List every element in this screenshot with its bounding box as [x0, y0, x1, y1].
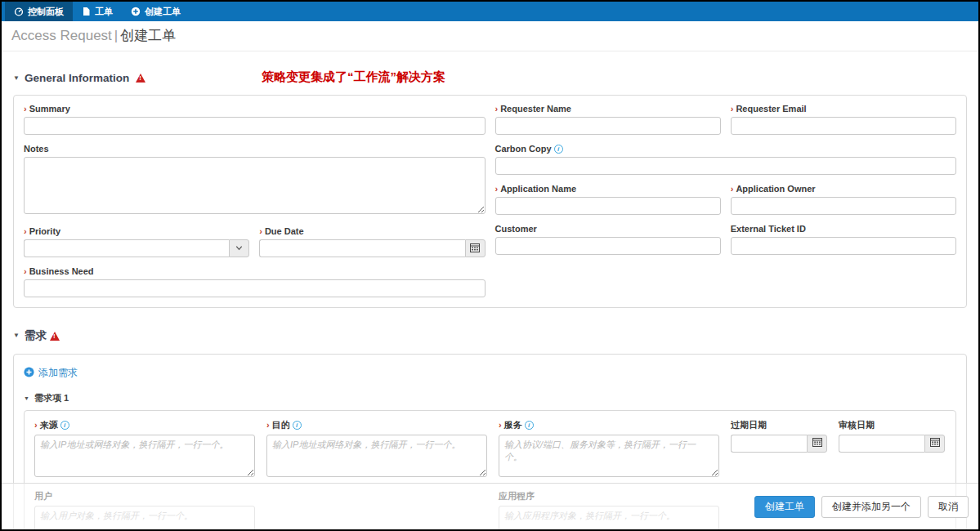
workflow-annotation: 策略变更集成了“工作流”解决方案 [262, 69, 445, 85]
plus-circle-icon [131, 7, 141, 16]
page-title-app: Access Request [11, 28, 112, 43]
requester-name-input[interactable] [495, 117, 721, 135]
due-date-label: Due Date [265, 226, 304, 236]
calendar-icon [470, 243, 480, 255]
requester-email-label: Requester Email [736, 104, 806, 114]
customer-field: Customer [495, 224, 721, 255]
requirements-section-header: ▼ 需求 ! [13, 328, 967, 343]
required-marker-icon: › [34, 421, 38, 430]
create-ticket-button[interactable]: 创建工单 [754, 496, 815, 518]
source-textarea[interactable] [34, 435, 255, 477]
review-date-calendar-button[interactable] [924, 435, 945, 453]
general-left-column: ›Summary Notes ›Priority [24, 104, 486, 306]
due-date-calendar-button[interactable] [465, 239, 486, 257]
app-window: 控制面板 工单 创建工单 Access Request|创建工单 ▼ Gener… [0, 0, 980, 531]
top-navbar: 控制面板 工单 创建工单 [2, 2, 978, 21]
requirement-item-toggle[interactable]: ▼ 需求项 1 [24, 392, 956, 404]
required-marker-icon: › [259, 227, 262, 236]
requirements-section-title: 需求 [25, 328, 47, 343]
info-icon[interactable]: i [60, 421, 69, 430]
collapse-caret-icon[interactable]: ▼ [13, 332, 20, 339]
service-textarea[interactable] [499, 435, 719, 477]
create-and-add-another-button[interactable]: 创建并添加另一个 [821, 496, 921, 518]
destination-textarea[interactable] [266, 435, 487, 477]
priority-field: ›Priority [24, 226, 249, 257]
notes-textarea[interactable] [24, 157, 486, 214]
carbon-copy-label: Carbon Copy [495, 144, 552, 154]
required-marker-icon: › [731, 105, 734, 114]
carbon-copy-input[interactable] [495, 157, 957, 175]
document-icon [82, 7, 91, 16]
page-title: Access Request|创建工单 [2, 21, 978, 51]
nav-item-create-ticket[interactable]: 创建工单 [122, 2, 190, 21]
chevron-down-icon [235, 243, 244, 255]
service-field: ›服务i [499, 419, 719, 480]
destination-field: ›目的i [266, 419, 487, 480]
nav-item-dashboard[interactable]: 控制面板 [5, 2, 73, 21]
review-date-label: 审核日期 [839, 419, 875, 431]
source-label: 来源 [40, 419, 58, 431]
main-content: ▼ General Information ! 策略变更集成了“工作流”解决方案… [2, 72, 978, 531]
summary-label: Summary [29, 104, 70, 114]
business-need-label: Business Need [29, 266, 94, 276]
expiration-date-label: 过期日期 [731, 419, 767, 431]
required-marker-icon: › [731, 185, 734, 194]
add-requirement-link[interactable]: 添加需求 [24, 366, 78, 380]
application-name-label: Application Name [500, 184, 576, 194]
nav-item-label: 控制面板 [28, 6, 64, 18]
collapse-caret-icon: ▼ [24, 395, 29, 401]
required-marker-icon: › [24, 267, 27, 276]
priority-dropdown-button[interactable] [229, 239, 249, 257]
required-marker-icon: › [495, 185, 499, 194]
expiration-date-input[interactable] [731, 435, 807, 453]
dashboard-icon [14, 7, 24, 16]
review-date-field: 审核日期 [839, 419, 945, 480]
calendar-icon [812, 437, 822, 449]
nav-item-label: 创建工单 [145, 6, 181, 18]
review-date-input[interactable] [839, 435, 924, 453]
cancel-button[interactable]: 取消 [928, 496, 969, 518]
required-marker-icon: › [24, 227, 27, 236]
form-footer: 创建工单 创建并添加另一个 取消 [2, 483, 978, 529]
requester-email-field: ›Requester Email [731, 104, 956, 135]
page-title-page: 创建工单 [120, 28, 176, 43]
application-name-field: ›Application Name [495, 184, 721, 215]
customer-input[interactable] [495, 237, 721, 255]
info-icon[interactable]: i [525, 421, 534, 430]
external-ticket-id-field: External Ticket ID [731, 224, 956, 255]
general-section-header: ▼ General Information ! 策略变更集成了“工作流”解决方案 [13, 72, 967, 84]
notes-field: Notes [24, 144, 486, 217]
required-marker-icon: › [24, 105, 27, 114]
destination-label: 目的 [272, 419, 290, 431]
summary-input[interactable] [24, 117, 486, 135]
notes-label: Notes [24, 144, 49, 154]
due-date-input[interactable] [259, 239, 464, 257]
application-owner-input[interactable] [731, 197, 956, 215]
application-owner-label: Application Owner [736, 184, 815, 194]
general-right-column: ›Requester Name ›Requester Email Carbon … [495, 104, 957, 306]
info-icon[interactable]: i [293, 421, 302, 430]
warning-icon: ! [136, 74, 145, 83]
business-need-input[interactable] [24, 279, 486, 297]
priority-select[interactable] [24, 239, 249, 257]
general-panel: ›Summary Notes ›Priority [13, 95, 967, 308]
carbon-copy-field: Carbon Copyi [495, 144, 957, 175]
service-label: 服务 [504, 419, 522, 431]
required-marker-icon: › [266, 421, 270, 430]
expiration-date-calendar-button[interactable] [807, 435, 827, 453]
required-marker-icon: › [499, 421, 502, 430]
general-section-title: General Information [25, 72, 129, 84]
summary-field: ›Summary [24, 104, 486, 135]
application-owner-field: ›Application Owner [731, 184, 956, 215]
add-requirement-label: 添加需求 [38, 366, 78, 380]
customer-label: Customer [495, 224, 537, 234]
nav-item-tickets[interactable]: 工单 [73, 2, 122, 21]
expiration-date-field: 过期日期 [731, 419, 827, 480]
info-icon[interactable]: i [554, 145, 563, 154]
external-ticket-id-input[interactable] [731, 237, 956, 255]
page-title-separator: | [114, 28, 118, 43]
application-name-input[interactable] [495, 197, 721, 215]
requester-email-input[interactable] [731, 117, 956, 135]
collapse-caret-icon[interactable]: ▼ [13, 75, 20, 82]
priority-select-value[interactable] [24, 239, 229, 257]
